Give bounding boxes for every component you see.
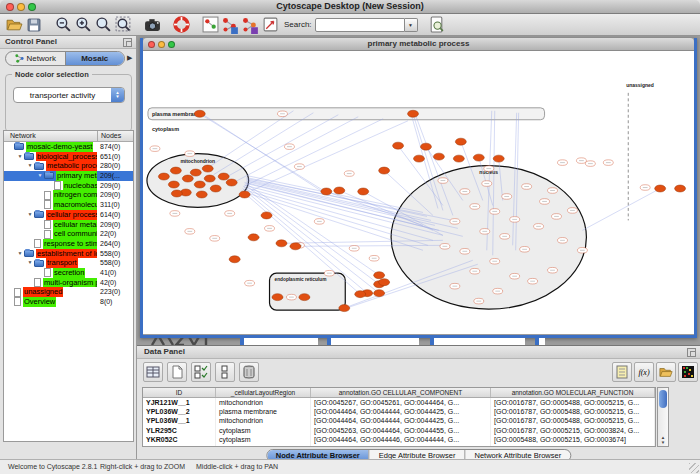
selected-gene-node[interactable] bbox=[358, 188, 369, 195]
network-canvas[interactable]: plasma membrane cytoplasm mitochondrion … bbox=[143, 51, 694, 334]
selected-gene-node[interactable] bbox=[272, 294, 283, 301]
table-row[interactable]: YDR039C__1mitochondrion[GO:0044464, GO:0… bbox=[143, 445, 655, 447]
expand-arrow-icon[interactable]: ▼ bbox=[36, 171, 44, 181]
selected-gene-node[interactable] bbox=[433, 153, 444, 160]
selected-gene-node[interactable] bbox=[655, 185, 666, 192]
overview-window-icon[interactable] bbox=[200, 15, 220, 35]
selected-gene-node[interactable] bbox=[493, 155, 504, 162]
select-attributes-icon[interactable] bbox=[143, 362, 163, 382]
selected-gene-node[interactable] bbox=[339, 305, 350, 312]
tree-row[interactable]: unassigned223(0) bbox=[4, 287, 133, 297]
selected-gene-node[interactable] bbox=[334, 187, 345, 194]
zoom-out-icon[interactable] bbox=[53, 15, 73, 35]
tree-column-nodes[interactable]: Nodes bbox=[97, 131, 133, 141]
search-input[interactable] bbox=[315, 18, 405, 32]
selected-gene-node[interactable] bbox=[190, 169, 201, 176]
search-dropdown-arrow[interactable]: ▼ bbox=[405, 18, 418, 32]
float-data-panel-icon[interactable] bbox=[687, 348, 696, 357]
background-window[interactable] bbox=[240, 338, 318, 345]
tree-row[interactable]: ▼transport558(0) bbox=[4, 258, 133, 268]
selected-gene-node[interactable] bbox=[420, 143, 431, 150]
tree-row[interactable]: cellular metabol209(0) bbox=[4, 220, 133, 230]
modify-attribute-icon[interactable] bbox=[215, 362, 235, 382]
selected-gene-node[interactable] bbox=[393, 142, 404, 149]
column-go-cellular-component[interactable]: annotation.GO CELLULAR_COMPONENT bbox=[311, 388, 491, 397]
background-window[interactable] bbox=[327, 338, 419, 345]
save-icon[interactable] bbox=[24, 15, 44, 35]
selected-gene-node[interactable] bbox=[321, 188, 332, 195]
node-color-select[interactable]: transporter activity ▲▼ bbox=[13, 87, 125, 103]
selected-gene-node[interactable] bbox=[226, 179, 237, 186]
selected-gene-node[interactable] bbox=[473, 154, 484, 161]
selected-gene-node[interactable] bbox=[299, 294, 310, 301]
tree-row[interactable]: multi-organism pro42(0) bbox=[4, 278, 133, 288]
scrollbar-arrows-icon[interactable]: ▲▼ bbox=[658, 435, 668, 445]
selected-gene-node[interactable] bbox=[355, 291, 366, 298]
selected-gene-node[interactable] bbox=[414, 155, 425, 162]
selected-gene-node[interactable] bbox=[675, 185, 686, 192]
resize-grip[interactable] bbox=[689, 463, 699, 473]
table-row[interactable]: YLR295Ccytoplasm[GO:0045263, GO:0044464,… bbox=[143, 426, 655, 435]
zoom-fit-icon[interactable] bbox=[113, 15, 133, 35]
selected-gene-node[interactable] bbox=[182, 175, 193, 182]
selected-gene-node[interactable] bbox=[170, 167, 181, 174]
selected-gene-node[interactable] bbox=[218, 173, 229, 180]
selected-gene-node[interactable] bbox=[379, 279, 390, 286]
selected-gene-node[interactable] bbox=[455, 138, 466, 145]
selected-gene-node[interactable] bbox=[158, 173, 169, 180]
selected-gene-node[interactable] bbox=[408, 110, 419, 117]
selected-gene-node[interactable] bbox=[171, 190, 182, 197]
help-ring-icon[interactable] bbox=[171, 15, 191, 35]
selected-gene-node[interactable] bbox=[261, 212, 272, 219]
selected-gene-node[interactable] bbox=[453, 155, 464, 162]
selected-gene-node[interactable] bbox=[229, 256, 240, 263]
tree-row[interactable]: ▼primary metabol209(... bbox=[4, 171, 133, 181]
tree-row[interactable]: ▼biological_process651(0) bbox=[4, 152, 133, 162]
notes-icon[interactable] bbox=[612, 362, 632, 382]
selected-gene-node[interactable] bbox=[202, 165, 213, 172]
selected-gene-node[interactable] bbox=[374, 272, 385, 279]
more-tabs-arrow[interactable]: ▶ bbox=[127, 54, 132, 62]
table-row[interactable]: YKR052Ccytoplasm[GO:0044464, GO:0044446,… bbox=[143, 436, 655, 445]
attribute-matrix-icon[interactable] bbox=[678, 362, 698, 382]
tab-network[interactable]: Network bbox=[6, 52, 65, 65]
table-row[interactable]: YPL036W__1mitochondrion[GO:0044464, GO:0… bbox=[143, 417, 655, 426]
selected-gene-node[interactable] bbox=[374, 290, 385, 297]
tree-column-network[interactable]: Network bbox=[4, 131, 97, 141]
vizmapper-icon[interactable] bbox=[220, 15, 240, 35]
open-file-icon[interactable] bbox=[4, 15, 24, 35]
expand-arrow-icon[interactable]: ▼ bbox=[16, 152, 24, 162]
network-frame-titlebar[interactable]: primary metabolic process bbox=[143, 38, 694, 51]
table-row[interactable]: YJR121W__1mitochondrion[GO:0045267, GO:0… bbox=[143, 398, 655, 407]
selected-gene-node[interactable] bbox=[379, 167, 390, 174]
tree-row[interactable]: cell communicat22(0) bbox=[4, 229, 133, 239]
float-panel-icon[interactable] bbox=[123, 38, 132, 47]
selected-gene-node[interactable] bbox=[290, 243, 301, 250]
table-row[interactable]: YPL036W__2plasma membrane[GO:0044464, GO… bbox=[143, 407, 655, 416]
tree-row[interactable]: ▼establishment of lo558(0) bbox=[4, 249, 133, 259]
tree-row[interactable]: secretion41(0) bbox=[4, 268, 133, 278]
annotation-icon[interactable] bbox=[260, 15, 280, 35]
column-id[interactable]: ID bbox=[143, 388, 216, 397]
tree-row[interactable]: mosaic-demo-yeast874(0) bbox=[4, 142, 133, 152]
tree-row[interactable]: ▼metabolic process280(0) bbox=[4, 161, 133, 171]
background-window[interactable] bbox=[430, 338, 525, 345]
background-window[interactable] bbox=[535, 338, 545, 345]
tree-row[interactable]: Overview8(0) bbox=[4, 297, 133, 307]
expand-arrow-icon[interactable]: ▼ bbox=[26, 210, 34, 220]
advanced-search-icon[interactable] bbox=[427, 15, 447, 35]
filter-icon[interactable] bbox=[240, 15, 260, 35]
tree-row[interactable]: nitrogen compo209(0) bbox=[4, 190, 133, 200]
selected-gene-node[interactable] bbox=[168, 181, 179, 188]
selected-gene-node[interactable] bbox=[210, 185, 221, 192]
selected-gene-node[interactable] bbox=[194, 181, 205, 188]
import-attributes-icon[interactable] bbox=[656, 362, 676, 382]
formula-builder-icon[interactable]: f(x) bbox=[634, 362, 654, 382]
table-scrollbar[interactable]: ▲▼ bbox=[657, 387, 669, 447]
selected-gene-node[interactable] bbox=[196, 191, 207, 198]
selected-gene-node[interactable] bbox=[248, 234, 259, 241]
expand-arrow-icon[interactable]: ▼ bbox=[26, 161, 34, 171]
delete-row-trash-icon[interactable] bbox=[239, 362, 259, 382]
selected-gene-node[interactable] bbox=[239, 191, 250, 198]
selected-gene-node[interactable] bbox=[276, 240, 287, 247]
